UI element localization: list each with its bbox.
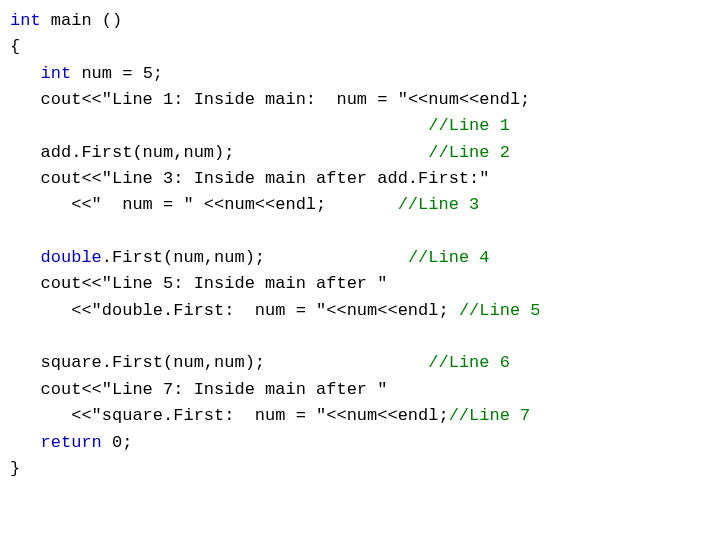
code-indent <box>10 116 428 135</box>
code-text: <<"double.First: num = "<<num<<endl; <box>10 301 459 320</box>
code-indent <box>10 248 41 267</box>
code-text: main () <box>41 11 123 30</box>
comment: //Line 3 <box>398 195 480 214</box>
code-text: .First(num,num); <box>102 248 408 267</box>
code-text: } <box>10 459 20 478</box>
code-text: num = "<<num<<endl; <box>316 90 530 109</box>
keyword-return: return <box>41 433 102 452</box>
code-text: num = 5; <box>71 64 163 83</box>
code-text: <<"square.First: num = "<<num<<endl; <box>10 406 449 425</box>
code-text: { <box>10 37 20 56</box>
code-text: add.First(num,num); <box>10 143 428 162</box>
comment: //Line 6 <box>428 353 510 372</box>
keyword-int: int <box>41 64 72 83</box>
code-text: cout<<"Line 1: Inside main: <box>10 90 316 109</box>
code-text: cout<<"Line 7: Inside main after " <box>10 380 387 399</box>
comment: //Line 1 <box>428 116 510 135</box>
code-block: int main () { int num = 5; cout<<"Line 1… <box>10 8 710 482</box>
code-text: <<" num = " <<num<<endl; <box>10 195 398 214</box>
code-indent <box>10 433 41 452</box>
comment: //Line 4 <box>408 248 490 267</box>
code-text: cout<<"Line 3: Inside main after add.Fir… <box>10 169 489 188</box>
code-text: 0; <box>102 433 133 452</box>
keyword-int: int <box>10 11 41 30</box>
comment: //Line 5 <box>459 301 541 320</box>
code-text: cout<<"Line 5: Inside main after " <box>10 274 387 293</box>
comment: //Line 7 <box>449 406 531 425</box>
comment: //Line 2 <box>428 143 510 162</box>
code-indent <box>10 64 41 83</box>
code-text: square.First(num,num); <box>10 353 428 372</box>
keyword-double: double <box>41 248 102 267</box>
